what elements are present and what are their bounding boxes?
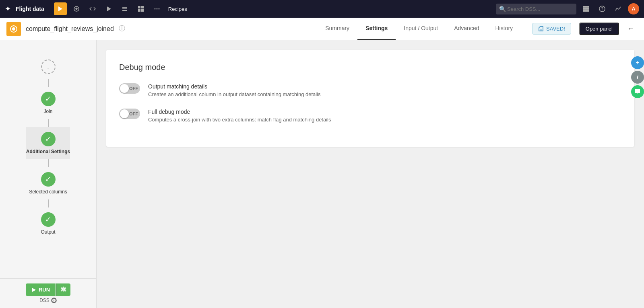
app-logo: ✦: [5, 4, 11, 13]
toggle-full-debug-info: Full debug mode Computes a cross-join wi…: [148, 109, 331, 123]
svg-rect-13: [583, 6, 585, 8]
step-selected-columns-icon: ✓: [41, 172, 56, 187]
svg-point-11: [156, 8, 157, 10]
svg-rect-26: [540, 29, 542, 31]
svg-rect-17: [585, 8, 587, 10]
recipes-nav-icon[interactable]: [54, 2, 67, 15]
toggle-output-matching[interactable]: OFF: [119, 83, 140, 94]
tab-history[interactable]: History: [487, 18, 521, 40]
main-layout: ↓ ✓ Join ✓ Additional Settings ✓ Selecte…: [0, 40, 644, 308]
debug-mode-card: Debug mode OFF Output matching details C…: [106, 50, 634, 147]
back-button[interactable]: ←: [624, 25, 638, 33]
toggle-full-debug-state: OFF: [129, 111, 138, 116]
svg-rect-7: [141, 6, 144, 8]
header-tabs: Summary Settings Input / Output Advanced…: [317, 18, 521, 40]
connector-2: [48, 119, 49, 127]
svg-point-12: [158, 8, 159, 10]
connector-3: [48, 159, 49, 167]
svg-rect-9: [141, 9, 144, 12]
layers-nav-icon[interactable]: [118, 2, 131, 15]
sidebar-step-selected-columns[interactable]: ✓ Selected columns: [29, 167, 67, 199]
sidebar-step-join[interactable]: ✓ Join: [41, 87, 56, 119]
search-input[interactable]: [496, 4, 576, 14]
table-nav-icon[interactable]: [134, 2, 147, 15]
sidebar-step-output[interactable]: ✓ Output: [41, 207, 55, 240]
run-button[interactable]: RUN: [26, 283, 56, 296]
info-panel-icon[interactable]: i: [631, 71, 644, 84]
saved-button[interactable]: SAVED!: [532, 23, 571, 35]
debug-mode-title: Debug mode: [119, 63, 621, 72]
toggle-output-matching-track[interactable]: OFF: [119, 83, 140, 94]
toggle-full-debug-knob: [120, 109, 129, 118]
tab-input-output[interactable]: Input / Output: [396, 18, 446, 40]
recipe-type-icon: [6, 22, 21, 36]
recipes-label: Recipes: [168, 6, 187, 12]
run-settings-button[interactable]: [56, 283, 70, 296]
toggle-output-matching-label: Output matching details: [148, 83, 321, 90]
sidebar-step-additional-settings[interactable]: ✓ Additional Settings: [26, 127, 70, 159]
toggle-row-full-debug: OFF Full debug mode Computes a cross-joi…: [119, 109, 621, 123]
svg-rect-6: [138, 6, 140, 8]
step-output-icon: ✓: [41, 212, 56, 227]
run-bar: RUN DSS: [0, 278, 96, 308]
toggle-output-matching-knob: [120, 84, 129, 93]
sidebar-step-selected-columns-label: Selected columns: [29, 189, 67, 195]
right-panel-icons: + i: [631, 56, 644, 98]
help-icon[interactable]: ?: [596, 2, 609, 15]
svg-rect-15: [587, 6, 589, 8]
dss-label: DSS: [39, 298, 57, 303]
step-start-icon: ↓: [41, 60, 56, 74]
toggle-full-debug-track[interactable]: OFF: [119, 109, 140, 119]
search-wrapper: 🔍: [496, 4, 576, 14]
svg-rect-20: [585, 10, 587, 12]
svg-rect-14: [585, 6, 587, 8]
grid-icon[interactable]: [580, 2, 592, 15]
svg-text:?: ?: [601, 7, 603, 11]
svg-marker-27: [32, 288, 36, 292]
tab-advanced[interactable]: Advanced: [446, 18, 487, 40]
svg-point-25: [12, 27, 15, 31]
svg-marker-0: [58, 6, 62, 11]
step-additional-settings-icon: ✓: [41, 132, 56, 146]
svg-rect-21: [587, 10, 589, 12]
more-nav-icon[interactable]: [151, 2, 163, 15]
app-title: Flight data: [16, 6, 44, 12]
analytics-icon[interactable]: [612, 2, 625, 15]
help-circle-icon[interactable]: ⓘ: [119, 25, 125, 33]
recipe-header: compute_flight_reviews_joined ⓘ Summary …: [0, 18, 644, 40]
toggle-full-debug-label: Full debug mode: [148, 109, 331, 115]
sidebar-step-start[interactable]: ↓: [41, 55, 56, 79]
toggle-full-debug[interactable]: OFF: [119, 109, 140, 119]
top-navigation: ✦ Flight data Recipes 🔍 ? A: [0, 0, 644, 18]
play-nav-icon[interactable]: [102, 2, 115, 15]
sidebar-step-output-label: Output: [41, 229, 55, 235]
tab-summary[interactable]: Summary: [317, 18, 357, 40]
run-buttons: RUN: [26, 283, 70, 296]
sidebar: ↓ ✓ Join ✓ Additional Settings ✓ Selecte…: [0, 40, 97, 308]
sidebar-step-additional-settings-label: Additional Settings: [26, 149, 70, 154]
content-area: Debug mode OFF Output matching details C…: [97, 40, 644, 308]
svg-rect-18: [587, 8, 589, 10]
toggle-output-matching-info: Output matching details Creates an addit…: [148, 83, 321, 97]
svg-rect-16: [583, 8, 585, 10]
toggle-output-matching-state: OFF: [129, 86, 138, 91]
svg-point-10: [154, 8, 155, 10]
chat-panel-icon[interactable]: [631, 85, 644, 98]
user-avatar[interactable]: A: [628, 3, 639, 14]
add-panel-icon[interactable]: +: [631, 56, 644, 69]
open-panel-button[interactable]: Open panel: [579, 23, 619, 35]
tab-settings[interactable]: Settings: [357, 18, 396, 40]
connector-4: [48, 199, 49, 207]
toggle-output-matching-desc: Creates an additional column in output d…: [148, 91, 321, 97]
star-nav-icon[interactable]: [70, 2, 83, 15]
svg-rect-19: [583, 10, 585, 12]
svg-rect-8: [138, 9, 140, 12]
svg-rect-4: [122, 8, 127, 9]
toggle-row-output-matching: OFF Output matching details Creates an a…: [119, 83, 621, 97]
connector-1: [48, 79, 49, 87]
code-nav-icon[interactable]: [86, 2, 99, 15]
svg-rect-5: [122, 10, 127, 11]
recipe-name: compute_flight_reviews_joined: [26, 25, 114, 33]
sidebar-step-join-label: Join: [43, 109, 52, 114]
toggle-full-debug-desc: Computes a cross-join with two extra col…: [148, 117, 331, 123]
